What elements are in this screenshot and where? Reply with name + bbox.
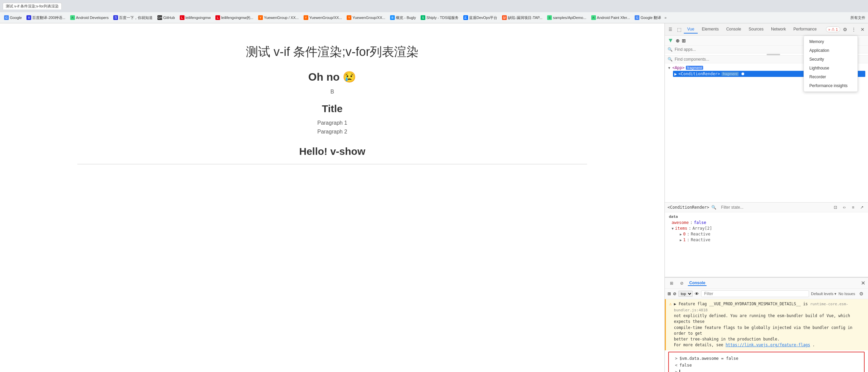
page-title-cn: 测试 v-if 条件渲染;v-for列表渲染 xyxy=(246,44,419,60)
tab-console[interactable]: Console xyxy=(723,25,745,34)
item0-prop: ▶ 0 : Reactive xyxy=(677,232,864,236)
bookmark-devops[interactable]: 蓝蓝盾DevOps平台 xyxy=(462,15,499,21)
tab-sources[interactable]: Sources xyxy=(745,25,767,34)
more-tabs-icon: » xyxy=(828,27,830,32)
awesome-key: awesome xyxy=(672,220,689,225)
vue-timeline-icon[interactable]: ⊞ xyxy=(682,38,686,43)
format-icon[interactable]: ≡ xyxy=(850,204,856,211)
devtools-settings-icon[interactable]: ⚙ xyxy=(841,25,849,34)
console-content: ⚠ ▶ Feature flag __VUE_PROD_HYDRATION_MI… xyxy=(665,299,868,372)
warning-icon: ⚠ xyxy=(831,27,835,32)
warning-text: ▶ Feature flag __VUE_PROD_HYDRATION_MISM… xyxy=(674,302,852,342)
bookmark-yuewen2[interactable]: YYuewenGroup/XX... xyxy=(302,15,344,21)
page-divider xyxy=(77,164,587,164)
bookmark-github[interactable]: GHGitHub xyxy=(156,15,176,21)
bookmark-baidu-fanyi[interactable]: B百度翻译-200种语... xyxy=(25,15,66,21)
bookmark-android-paint[interactable]: AAndroid Paint Xfer... xyxy=(590,15,632,21)
devtools-more-icon[interactable]: ⋮ xyxy=(850,25,858,34)
bookmark-yuewen1[interactable]: YYuewenGroup / XX... xyxy=(257,15,300,21)
bookmark-lei2[interactable]: Lleilifengxingmw的... xyxy=(214,15,255,21)
reactive-dot xyxy=(741,73,744,75)
more-bookmarks[interactable]: » xyxy=(664,16,667,20)
tab-vue[interactable]: Vue xyxy=(684,25,698,34)
colon3: : xyxy=(687,232,689,236)
console-filter-icon1[interactable]: ⊞ xyxy=(668,291,671,296)
open-in-editor-icon[interactable]: ↗ xyxy=(859,204,865,211)
bookmark-android-dev[interactable]: AAndroid Developers xyxy=(69,15,110,21)
feature-flags-link[interactable]: https://link.vuejs.org/feature-flags xyxy=(726,343,810,347)
console-context-select[interactable]: top xyxy=(678,291,693,297)
console-clear-icon[interactable]: ⊘ xyxy=(678,279,686,287)
bookmark-google-translate[interactable]: GGoogle 翻译 xyxy=(633,15,662,21)
console-settings-icon[interactable]: ⚙ xyxy=(857,290,865,298)
tab-network[interactable]: Network xyxy=(768,25,789,34)
vue-component-tree-icon[interactable]: ⊕ xyxy=(676,38,680,43)
search-icon: 🔍 xyxy=(668,47,673,52)
dropdown-lighthouse[interactable]: Lighthouse xyxy=(804,64,857,73)
colon1: : xyxy=(690,220,693,225)
bookmark-google[interactable]: GGoogle xyxy=(3,15,23,21)
filter-search-icon: 🔍 xyxy=(711,205,716,210)
bookmark-lei1[interactable]: Lleilifengxingmw xyxy=(178,15,212,21)
bookmark-yuewen3[interactable]: YYuewenGroup/XX... xyxy=(345,15,387,21)
console-sidebar-icon[interactable]: ⊞ xyxy=(668,279,676,287)
filter-state-input[interactable] xyxy=(718,204,830,211)
console-filter-bar: ⊞ ⊘ top 👁 Default levels ▾ No Issues ⚙ xyxy=(665,289,868,299)
bookmark-tap[interactable]: 缺缺陷-漏洞项目-TAP... xyxy=(501,15,544,21)
condition-render-attr: fragment xyxy=(721,72,739,76)
tab-performance[interactable]: Performance xyxy=(790,25,820,34)
bookmark-shiply[interactable]: SShiply - TDS端服务 xyxy=(419,15,460,21)
page-oh-no: Oh no 😢 xyxy=(308,70,356,83)
console-code-box: > $vm.data.awesome = false < false > xyxy=(668,352,865,372)
edit-component-icon[interactable]: ‹› xyxy=(841,204,848,211)
active-tab[interactable]: 测试 v-if 条件渲染;v-for列表渲染 xyxy=(3,3,62,9)
items-key: items xyxy=(675,226,687,231)
state-toolbar: <ConditionRender> 🔍 ⊡ ‹› ≡ ↗ xyxy=(665,203,868,212)
scroll-to-component-icon[interactable]: ⊡ xyxy=(832,204,839,211)
console-tab-label[interactable]: Console xyxy=(688,281,707,286)
dropdown-recorder[interactable]: Recorder xyxy=(804,73,857,81)
awesome-prop: awesome : false xyxy=(669,220,864,225)
devtools-inspect-icon[interactable]: ⬚ xyxy=(675,25,683,34)
app-tag: <App> xyxy=(672,65,684,70)
items-children: ▶ 0 : Reactive ▶ 1 : Reactive xyxy=(669,232,864,242)
dropdown-application[interactable]: Application xyxy=(804,46,857,55)
bookmark-api-demo[interactable]: Ssamples/ApiDemo... xyxy=(546,15,587,21)
item0-key: 0 xyxy=(683,232,686,236)
dropdown-security[interactable]: Security xyxy=(804,55,857,64)
cursor-prompt: > xyxy=(675,370,677,372)
console-cursor-line[interactable]: > xyxy=(672,369,861,372)
devtools-panel: ☰ ⬚ Vue Elements Console Sources Network… xyxy=(664,23,868,372)
dropdown-memory[interactable]: Memory xyxy=(804,37,857,46)
colon2: : xyxy=(689,226,691,231)
page-section-title: Title xyxy=(322,103,343,115)
no-issues-label: No Issues xyxy=(838,292,855,296)
bookmark-baidu[interactable]: 百百度一下，你就知道 xyxy=(112,15,154,21)
devtools-sidebar-toggle[interactable]: ☰ xyxy=(666,25,674,34)
console-eye-icon[interactable]: 👁 xyxy=(695,291,699,296)
state-panel: <ConditionRender> 🔍 ⊡ ‹› ≡ ↗ data awesom… xyxy=(665,202,868,277)
all-files-link[interactable]: 所有文件 xyxy=(850,15,865,20)
devtools-toolbar: ☰ ⬚ Vue Elements Console Sources Network… xyxy=(665,23,868,36)
search-icon2: 🔍 xyxy=(668,57,673,62)
page-para1: Paragraph 1 xyxy=(317,120,347,126)
console-filter-icon2[interactable]: ⊘ xyxy=(673,291,676,296)
bookmark-bugly[interactable]: B概览 - Bugly xyxy=(389,15,417,21)
dropdown-performance-insights[interactable]: Performance insights xyxy=(804,81,857,90)
result-prompt: < xyxy=(675,363,677,368)
items-value: Array[2] xyxy=(692,226,712,231)
warning-text-block: ▶ Feature flag __VUE_PROD_HYDRATION_MISM… xyxy=(674,301,865,348)
item1-arrow: ▶ xyxy=(680,238,682,242)
awesome-value: false xyxy=(694,220,706,225)
console-filter-input[interactable] xyxy=(701,290,809,297)
tab-elements[interactable]: Elements xyxy=(698,25,722,34)
devtools-close-icon[interactable]: ✕ xyxy=(859,25,867,34)
console-result-text: false xyxy=(679,363,692,368)
warning-badge[interactable]: » ⚠ 1 xyxy=(826,26,840,32)
console-close-icon[interactable]: ✕ xyxy=(861,280,865,286)
vue-logo-icon: ▼ xyxy=(668,37,674,44)
page-b: B xyxy=(330,89,334,95)
scroll-thumb[interactable] xyxy=(767,54,780,55)
default-levels-select[interactable]: Default levels ▾ xyxy=(811,292,836,296)
state-content: data awesome : false ▼ items : Array[2] xyxy=(665,212,868,277)
